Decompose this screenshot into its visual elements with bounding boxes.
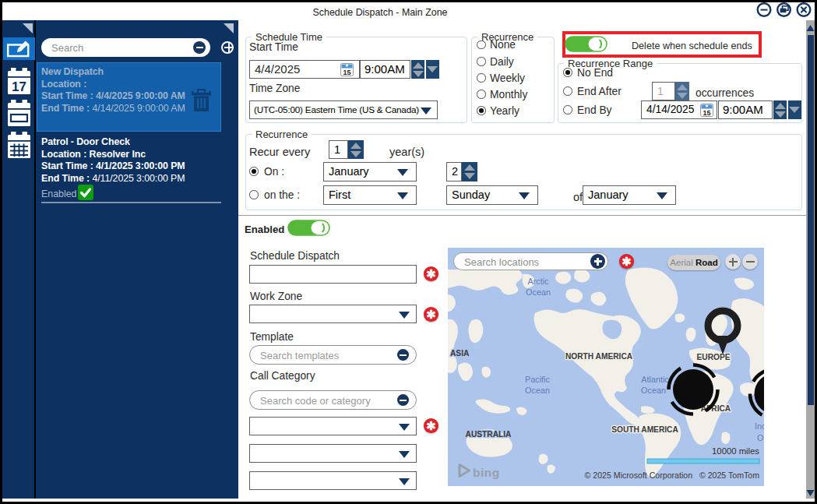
svg-text:Indian: Indian bbox=[755, 421, 764, 431]
svg-text:17: 17 bbox=[12, 79, 26, 94]
svg-text:10000 miles: 10000 miles bbox=[712, 446, 759, 456]
svg-text:Ocean: Ocean bbox=[757, 433, 764, 442]
svg-text:EUROPE: EUROPE bbox=[696, 353, 730, 361]
svg-text:ASIA: ASIA bbox=[450, 349, 470, 358]
svg-text:Arctic: Arctic bbox=[528, 277, 550, 286]
svg-text:© 2025 Microsoft Corporation: © 2025 Microsoft Corporation © 2025 TomT… bbox=[585, 471, 760, 480]
svg-text:bing: bing bbox=[473, 466, 500, 479]
svg-text:Atlantic: Atlantic bbox=[641, 375, 669, 384]
svg-text:AUSTRALIA: AUSTRALIA bbox=[466, 430, 512, 439]
svg-text:Ocean: Ocean bbox=[525, 386, 550, 395]
svg-text:Pacific: Pacific bbox=[525, 375, 550, 384]
svg-text:SOUTH AMERICA: SOUTH AMERICA bbox=[611, 425, 678, 434]
svg-text:NORTH AMERICA: NORTH AMERICA bbox=[565, 352, 633, 361]
svg-text:Ocean: Ocean bbox=[641, 386, 666, 395]
svg-text:15: 15 bbox=[703, 109, 710, 117]
svg-text:Ocean: Ocean bbox=[526, 287, 551, 297]
svg-text:15: 15 bbox=[343, 69, 350, 76]
